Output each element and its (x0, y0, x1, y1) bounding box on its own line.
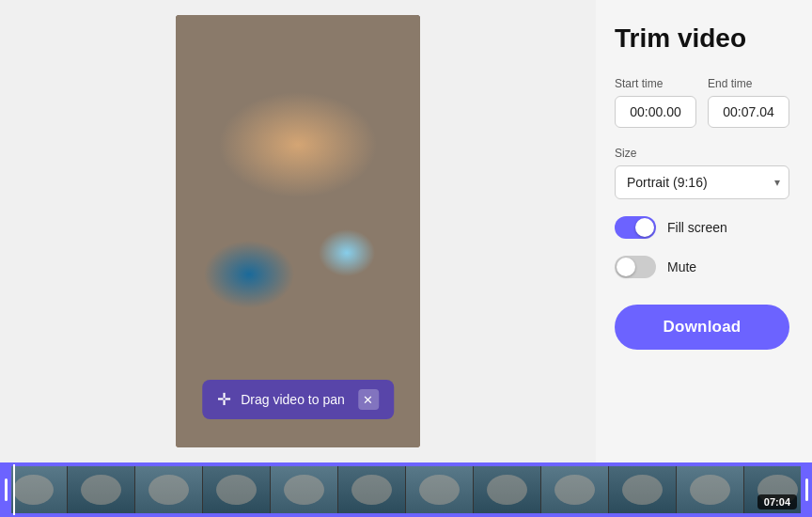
fill-screen-label: Fill screen (667, 220, 727, 235)
start-time-field: Start time (615, 77, 696, 128)
timeline-frames (0, 464, 812, 515)
frame-thumb (203, 464, 271, 515)
close-icon: ✕ (363, 393, 373, 407)
frame-thumb (271, 464, 338, 515)
timeline-border-bottom (0, 513, 812, 515)
size-field-group: Size Portrait (9:16) Landscape (16:9) Sq… (615, 147, 789, 199)
mute-toggle[interactable] (615, 256, 656, 278)
timeline-border-top (0, 464, 812, 466)
size-select-wrapper: Portrait (9:16) Landscape (16:9) Square … (615, 165, 789, 199)
frame-thumb (338, 464, 406, 515)
timeline-handle-right[interactable] (801, 464, 812, 515)
frame-thumb (406, 464, 474, 515)
fill-screen-knob (635, 218, 654, 237)
right-handle-bar (805, 478, 808, 501)
fill-screen-toggle[interactable] (615, 216, 656, 239)
playhead-line (13, 464, 15, 515)
close-tooltip-button[interactable]: ✕ (358, 389, 379, 410)
mute-row: Mute (615, 256, 789, 278)
frame-thumb (68, 464, 135, 515)
mute-knob (617, 258, 635, 276)
end-time-field: End time (708, 77, 789, 128)
video-container: ✛ Drag video to pan ✕ (176, 15, 420, 447)
frame-thumb (474, 464, 541, 515)
timeline-handle-left[interactable] (0, 464, 11, 515)
move-icon: ✛ (217, 389, 231, 410)
time-row: Start time End time (615, 77, 789, 128)
frame-thumb (541, 464, 609, 515)
end-time-label: End time (708, 77, 789, 90)
video-section: ✛ Drag video to pan ✕ (0, 0, 596, 462)
start-time-input[interactable] (615, 96, 696, 128)
download-button[interactable]: Download (615, 305, 789, 350)
frame-thumb (677, 464, 744, 515)
left-handle-bar (5, 478, 8, 501)
frame-thumb (609, 464, 677, 515)
fill-screen-row: Fill screen (615, 216, 789, 239)
start-time-label: Start time (615, 77, 696, 90)
timeline-strip: 07:04 (0, 462, 812, 517)
frame-thumb (135, 464, 203, 515)
timeline-timestamp: 07:04 (757, 494, 797, 509)
size-select[interactable]: Portrait (9:16) Landscape (16:9) Square … (615, 165, 789, 199)
end-time-input[interactable] (708, 96, 789, 128)
drag-label: Drag video to pan (241, 392, 345, 407)
right-panel: Trim video Start time End time Size Port… (596, 0, 812, 462)
drag-tooltip: ✛ Drag video to pan ✕ (202, 380, 394, 419)
page-title: Trim video (615, 23, 789, 55)
size-label: Size (615, 147, 789, 160)
mute-label: Mute (667, 259, 696, 274)
